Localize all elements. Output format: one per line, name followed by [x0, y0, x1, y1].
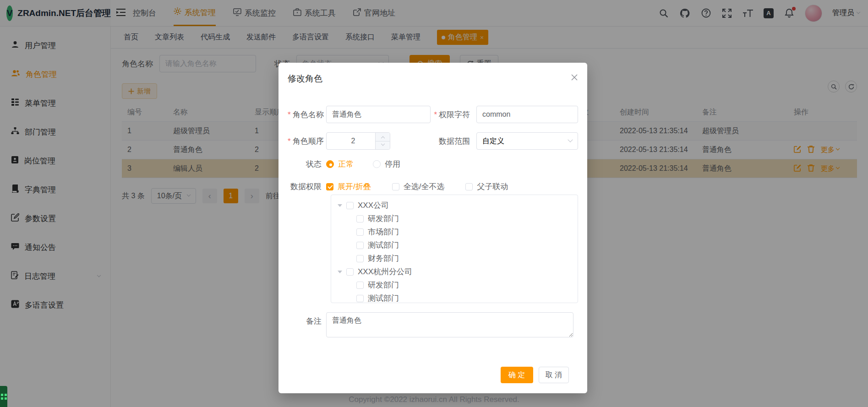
decrease-icon[interactable]	[376, 141, 390, 150]
checkbox-icon	[465, 183, 473, 190]
dialog-body: 角色名称 权限字符 角色顺序 数据范围	[278, 85, 587, 383]
increase-icon[interactable]	[376, 133, 390, 141]
perm-char-input[interactable]	[476, 106, 578, 123]
tree-node-dept[interactable]: 测试部门	[338, 239, 578, 252]
checkbox-icon	[392, 183, 399, 190]
expand-collapse-checkbox[interactable]: 展开/折叠	[326, 181, 371, 192]
dialog-header: 修改角色	[278, 63, 587, 85]
radio-icon	[373, 160, 381, 168]
checkbox-icon[interactable]	[356, 295, 364, 302]
checkbox-icon[interactable]	[356, 228, 364, 236]
radio-icon	[326, 160, 334, 168]
edit-role-dialog: 修改角色 角色名称 权限字符 角色顺序	[278, 63, 587, 393]
cancel-button[interactable]: 取 消	[539, 367, 569, 383]
select-all-checkbox[interactable]: 全选/全不选	[392, 181, 445, 192]
role-name-input[interactable]	[326, 106, 431, 123]
perm-char-label: 权限字符	[431, 109, 476, 120]
checkbox-icon[interactable]	[356, 242, 364, 249]
data-permission-label: 数据权限	[288, 181, 326, 192]
checkbox-icon[interactable]	[356, 215, 364, 222]
tree-node-branch-company[interactable]: XXX杭州分公司	[338, 265, 578, 278]
status-radio-normal[interactable]: 正常	[326, 159, 354, 169]
checkbox-icon[interactable]	[356, 255, 364, 262]
data-scope-label: 数据范围	[431, 136, 476, 147]
dialog-footer: 确 定 取 消	[288, 337, 578, 383]
remark-label: 备注	[288, 312, 326, 337]
parent-child-link-checkbox[interactable]: 父子联动	[465, 181, 508, 192]
role-order-label: 角色顺序	[288, 136, 326, 147]
tree-node-dept[interactable]: 测试部门	[338, 292, 578, 303]
caret-down-icon[interactable]	[338, 204, 342, 207]
tree-node-company[interactable]: XXX公司	[338, 199, 578, 212]
tree-node-dept[interactable]: 研发部门	[338, 278, 578, 292]
role-order-stepper[interactable]	[326, 132, 390, 150]
checkbox-icon	[326, 183, 333, 190]
tree-node-dept[interactable]: 财务部门	[338, 252, 578, 265]
minimized-window-thumbnail[interactable]	[0, 386, 7, 407]
stepper-buttons	[375, 133, 390, 149]
role-name-label: 角色名称	[288, 109, 326, 120]
checkbox-icon[interactable]	[346, 268, 354, 276]
checkbox-icon[interactable]	[346, 202, 354, 209]
checkbox-icon[interactable]	[356, 282, 364, 289]
remark-textarea[interactable]: 普通角色	[326, 312, 573, 337]
chevron-down-icon	[568, 137, 573, 142]
close-icon[interactable]	[571, 74, 578, 83]
status-label: 状态	[288, 159, 326, 169]
screen: V ZRAdmin.NET后台管理 控制台 系统管理 系统监控 系统工具	[0, 0, 868, 407]
status-radio-disabled[interactable]: 停用	[373, 159, 400, 169]
caret-down-icon[interactable]	[338, 271, 342, 273]
tree-node-dept[interactable]: 市场部门	[338, 225, 578, 239]
confirm-button[interactable]: 确 定	[501, 367, 533, 383]
dialog-title: 修改角色	[288, 73, 322, 85]
department-tree: XXX公司 研发部门 市场部门 测试部门 财务部门	[331, 195, 578, 303]
data-scope-select[interactable]: 自定义	[476, 132, 578, 150]
tree-node-dept[interactable]: 研发部门	[338, 212, 578, 225]
